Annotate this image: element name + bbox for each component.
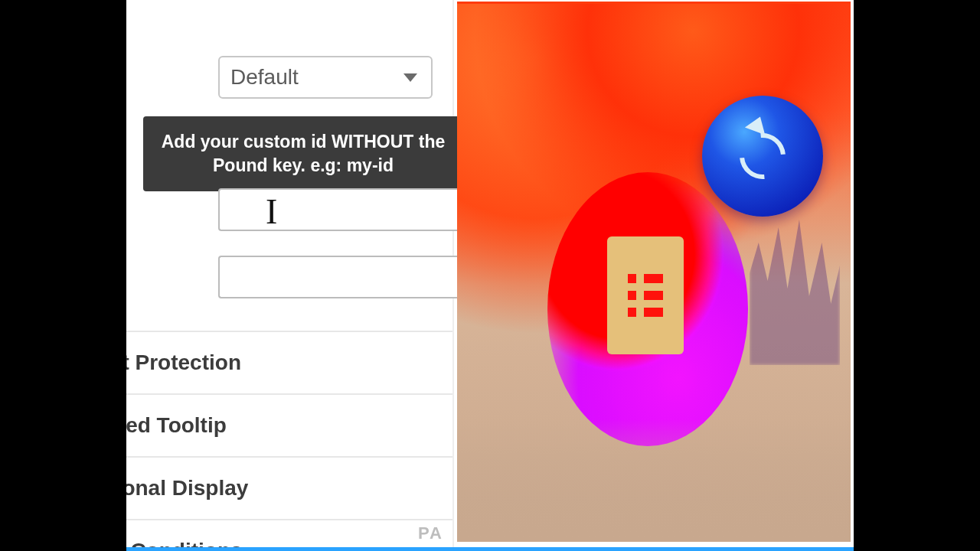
css-id-row	[218, 188, 433, 231]
decorative-spikes	[750, 212, 840, 365]
tooltip-text: Add your custom id WITHOUT the Pound key…	[162, 132, 446, 175]
dropdown-value: Default	[230, 65, 299, 90]
chevron-down-icon	[403, 73, 417, 82]
preview-canvas	[457, 2, 851, 542]
settings-panel: Default Add your custom id WITHOUT the P…	[126, 0, 454, 551]
bottom-progress-bar	[126, 547, 854, 551]
section-display-conditions[interactable]: Display Conditions	[126, 519, 452, 551]
blue-circle-icon	[702, 96, 823, 217]
css-classes-input[interactable]	[218, 256, 470, 298]
property-dropdown[interactable]: Default	[218, 56, 433, 99]
section-conditional-display[interactable]: Conditional Display	[126, 456, 452, 519]
pa-badge: PA	[418, 523, 443, 543]
app-window: File Edit Format Tools View Help Default…	[126, 0, 854, 551]
css-id-input[interactable]	[218, 188, 470, 231]
swirl-icon	[730, 124, 795, 189]
elementor-card	[607, 236, 684, 354]
css-id-tooltip: Add your custom id WITHOUT the Pound key…	[143, 116, 463, 191]
accordion-sections: Content Protection Advanced Tooltip Cond…	[126, 331, 452, 551]
css-classes-row	[218, 256, 433, 298]
section-advanced-tooltip[interactable]: Advanced Tooltip	[126, 393, 452, 456]
elementor-logo-icon	[628, 274, 663, 317]
preview-fade	[457, 419, 851, 542]
section-content-protection[interactable]: Content Protection	[126, 331, 452, 393]
